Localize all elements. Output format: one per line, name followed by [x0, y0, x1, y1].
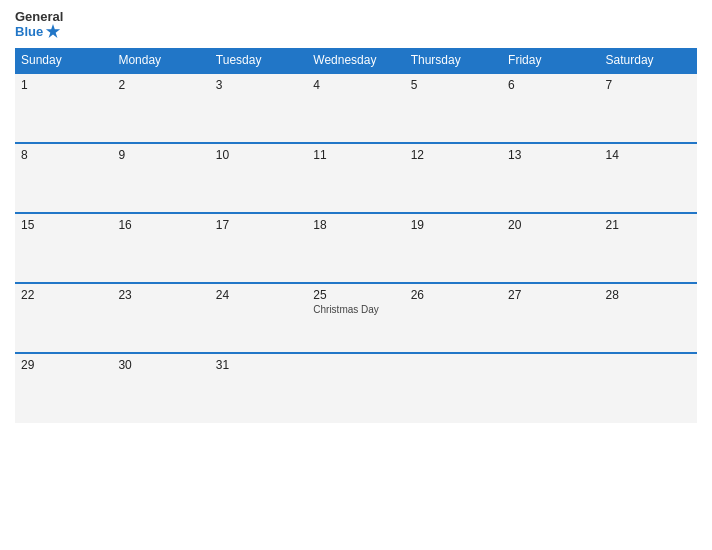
calendar-day-cell: 10 — [210, 143, 307, 213]
calendar-day-cell: 11 — [307, 143, 404, 213]
calendar-day-cell: 25Christmas Day — [307, 283, 404, 353]
header-sunday: Sunday — [15, 48, 112, 73]
day-number: 28 — [606, 288, 691, 302]
calendar-day-cell: 16 — [112, 213, 209, 283]
calendar-day-cell: 21 — [600, 213, 697, 283]
calendar-day-cell: 15 — [15, 213, 112, 283]
calendar-day-cell: 14 — [600, 143, 697, 213]
calendar-day-cell: 22 — [15, 283, 112, 353]
day-number: 24 — [216, 288, 301, 302]
calendar-week-row: 891011121314 — [15, 143, 697, 213]
day-number: 11 — [313, 148, 398, 162]
calendar-day-cell — [405, 353, 502, 423]
day-number: 20 — [508, 218, 593, 232]
day-number: 29 — [21, 358, 106, 372]
calendar-day-cell: 31 — [210, 353, 307, 423]
day-number: 21 — [606, 218, 691, 232]
weekday-header-row: Sunday Monday Tuesday Wednesday Thursday… — [15, 48, 697, 73]
calendar-table: Sunday Monday Tuesday Wednesday Thursday… — [15, 48, 697, 423]
calendar-day-cell: 20 — [502, 213, 599, 283]
calendar-day-cell: 17 — [210, 213, 307, 283]
day-number: 31 — [216, 358, 301, 372]
day-number: 22 — [21, 288, 106, 302]
day-number: 12 — [411, 148, 496, 162]
day-number: 25 — [313, 288, 398, 302]
calendar-day-cell: 4 — [307, 73, 404, 143]
header-tuesday: Tuesday — [210, 48, 307, 73]
calendar-day-cell: 3 — [210, 73, 307, 143]
calendar-week-row: 293031 — [15, 353, 697, 423]
calendar-container: General Blue Sunday Monday Tuesday Wedne… — [0, 0, 712, 550]
calendar-day-cell: 6 — [502, 73, 599, 143]
logo-general-text: General — [15, 10, 63, 24]
day-number: 30 — [118, 358, 203, 372]
day-number: 13 — [508, 148, 593, 162]
logo: General Blue — [15, 10, 63, 40]
logo-blue-text: Blue — [15, 24, 61, 40]
day-number: 6 — [508, 78, 593, 92]
calendar-day-cell: 27 — [502, 283, 599, 353]
day-number: 27 — [508, 288, 593, 302]
day-number: 9 — [118, 148, 203, 162]
calendar-day-cell: 2 — [112, 73, 209, 143]
day-number: 19 — [411, 218, 496, 232]
day-number: 17 — [216, 218, 301, 232]
day-number: 15 — [21, 218, 106, 232]
day-number: 23 — [118, 288, 203, 302]
calendar-day-cell — [307, 353, 404, 423]
header-friday: Friday — [502, 48, 599, 73]
calendar-day-cell: 24 — [210, 283, 307, 353]
header-thursday: Thursday — [405, 48, 502, 73]
calendar-day-cell: 26 — [405, 283, 502, 353]
holiday-name: Christmas Day — [313, 304, 398, 315]
header-saturday: Saturday — [600, 48, 697, 73]
day-number: 18 — [313, 218, 398, 232]
calendar-day-cell: 8 — [15, 143, 112, 213]
calendar-day-cell: 23 — [112, 283, 209, 353]
header-monday: Monday — [112, 48, 209, 73]
calendar-day-cell: 29 — [15, 353, 112, 423]
day-number: 3 — [216, 78, 301, 92]
header-wednesday: Wednesday — [307, 48, 404, 73]
calendar-week-row: 1234567 — [15, 73, 697, 143]
calendar-day-cell: 13 — [502, 143, 599, 213]
day-number: 4 — [313, 78, 398, 92]
calendar-week-row: 15161718192021 — [15, 213, 697, 283]
calendar-day-cell — [600, 353, 697, 423]
calendar-body: 1234567891011121314151617181920212223242… — [15, 73, 697, 423]
calendar-day-cell: 18 — [307, 213, 404, 283]
day-number: 14 — [606, 148, 691, 162]
day-number: 26 — [411, 288, 496, 302]
svg-marker-0 — [46, 24, 60, 38]
day-number: 16 — [118, 218, 203, 232]
day-number: 8 — [21, 148, 106, 162]
calendar-day-cell: 9 — [112, 143, 209, 213]
calendar-day-cell: 30 — [112, 353, 209, 423]
calendar-day-cell — [502, 353, 599, 423]
calendar-day-cell: 12 — [405, 143, 502, 213]
calendar-day-cell: 7 — [600, 73, 697, 143]
calendar-week-row: 22232425Christmas Day262728 — [15, 283, 697, 353]
day-number: 10 — [216, 148, 301, 162]
day-number: 1 — [21, 78, 106, 92]
day-number: 2 — [118, 78, 203, 92]
calendar-day-cell: 5 — [405, 73, 502, 143]
logo-flag-icon — [45, 23, 61, 39]
calendar-day-cell: 19 — [405, 213, 502, 283]
day-number: 7 — [606, 78, 691, 92]
calendar-day-cell: 1 — [15, 73, 112, 143]
calendar-header: General Blue — [15, 10, 697, 40]
calendar-day-cell: 28 — [600, 283, 697, 353]
day-number: 5 — [411, 78, 496, 92]
